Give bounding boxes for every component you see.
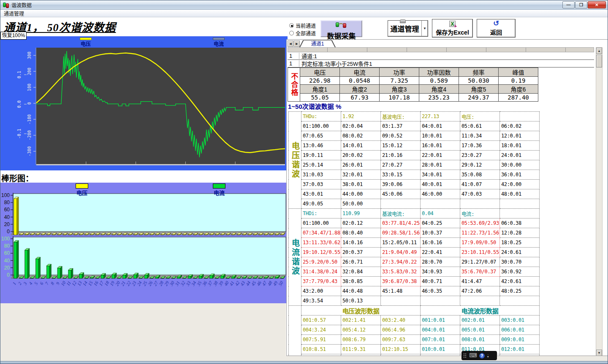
current-harmonic-cell: 11:22.73/1.56: [460, 228, 500, 238]
tab-scroll-right-button[interactable]: ▶: [294, 40, 300, 47]
voltage-waveform-cell: 004:3.24: [301, 325, 341, 335]
svg-text:100: 100: [1, 236, 10, 242]
current-harmonic-cell: 09:28.58/1.56: [381, 228, 421, 238]
current-harmonic-cell: 29:1.27/0.07: [460, 257, 500, 267]
current-harmonic-cell: 35:6.70/0.37: [460, 267, 500, 277]
close-button[interactable]: ✕: [588, 1, 606, 8]
voltage-harmonic-cell: 14:0.01: [341, 141, 381, 151]
svg-text:6: 6: [38, 281, 44, 286]
background-area: [0, 303, 286, 361]
voltage-waveform-cell: 009:7.63: [381, 335, 421, 345]
back-button[interactable]: ↺ 返回: [477, 19, 516, 38]
current-waveform-cell: 008:0.01: [460, 335, 500, 345]
svg-text:0: 0: [27, 102, 32, 105]
voltage-harmonic-cell: 电压:: [460, 112, 500, 121]
current-harmonic-cell: 110.99: [341, 209, 381, 218]
channel-management-button[interactable]: 通道管理 ▼: [388, 20, 428, 37]
svg-text:200: 200: [27, 67, 32, 75]
svg-text:-100: -100: [27, 114, 32, 124]
legend-voltage: 电压: [79, 38, 93, 47]
current-harmonic-cell: 48:0.25: [500, 286, 540, 296]
svg-text:1: 1: [11, 281, 17, 286]
voltage-harmonic-cell: 44:0.00: [341, 189, 381, 199]
ime-menu-icon[interactable]: ▼: [487, 356, 489, 358]
voltage-harmonic-cell: [500, 199, 540, 209]
voltage-harmonic-cell: 45:0.06: [381, 189, 421, 199]
drag-handle-icon[interactable]: [463, 353, 467, 358]
scrollbar-thumb[interactable]: [596, 55, 602, 67]
summary-value-cell: 0.19: [499, 77, 538, 85]
current-harmonic-cell: 19:10.12/0.55: [301, 248, 341, 257]
voltage-waveform-cell: 002:1.41: [341, 315, 381, 325]
current-harmonic-cell: 36:0.92: [500, 267, 540, 277]
svg-text:8: 8: [49, 281, 55, 286]
summary-value-cell: 55.05: [300, 94, 340, 102]
current-harmonic-cell: 50:0.13: [341, 296, 381, 306]
voltage-harmonic-cell: [500, 112, 540, 121]
voltage-harmonic-cell: 33:0.15: [381, 170, 421, 180]
current-harmonic-cell: 08:0.40: [341, 228, 381, 238]
tab-scroll-left-button[interactable]: ◀: [288, 40, 293, 47]
voltage-harmonic-cell: 49:0.05: [301, 199, 341, 209]
current-harmonics-table: 电流谐波THDi:110.99基波电流:0.04电流:01:100.0002:0…: [288, 208, 540, 306]
voltage-harmonic-cell: 46:0.00: [421, 189, 460, 199]
summary-value-cell: 67.93: [340, 94, 380, 102]
summary-header-cell: 功率因数: [419, 68, 459, 77]
current-harmonic-cell: 电流:: [460, 209, 500, 218]
vertical-scrollbar[interactable]: ▲ ▼: [596, 47, 603, 356]
radio-dot-selected[interactable]: [289, 23, 294, 28]
summary-value-cell: 107.18: [380, 94, 419, 102]
scroll-up-button[interactable]: ▲: [596, 48, 602, 54]
svg-text:-200: -200: [27, 130, 32, 140]
svg-text:7: 7: [44, 281, 49, 286]
dropdown-arrow-icon[interactable]: ▼: [421, 21, 428, 36]
restore-zoom-button[interactable]: 恢复100%: [0, 32, 27, 40]
restore-button[interactable]: ❐: [575, 1, 587, 8]
radio-current-channel[interactable]: 当前通道: [289, 22, 316, 29]
svg-text:40: 40: [4, 214, 10, 220]
voltage-harmonic-cell: 10:0.01: [421, 131, 460, 141]
svg-text:80: 80: [4, 243, 10, 249]
help-icon[interactable]: ?: [479, 353, 485, 359]
current-harmonic-cell: 基波电流:: [381, 209, 421, 218]
bar-legend-voltage: 电压: [76, 183, 88, 197]
menu-bar: 通道管理: [0, 10, 608, 17]
summary-header-cell: 峰值: [499, 68, 538, 77]
menu-item-channel-management[interactable]: 通道管理: [0, 10, 27, 17]
radio-dot[interactable]: [289, 31, 294, 35]
minimize-button[interactable]: —: [562, 1, 575, 8]
current-harmonic-cell: 41:4.47: [460, 277, 500, 286]
bar-chart-panel: 电压 电流 1008060402001008060402001234567891…: [0, 183, 288, 303]
current-harmonic-cell: 06:0.38: [500, 218, 540, 228]
tab-channel-1[interactable]: 通道1: [299, 40, 336, 47]
current-harmonic-cell: 27:3.94/0.22: [381, 257, 421, 267]
voltage-harmonic-cell: 18:0.01: [500, 141, 540, 151]
voltage-waveform-cell: 011:9.31: [341, 345, 381, 354]
voltage-waveform-cell: 010:8.51: [301, 345, 341, 354]
current-harmonic-cell: 21:9.04/0.49: [381, 248, 421, 257]
scroll-down-button[interactable]: ▼: [596, 350, 602, 356]
current-waveform-cell: 012:0.01: [500, 345, 540, 354]
save-excel-button[interactable]: X 保存为Excel: [432, 19, 473, 38]
voltage-waveform-cell: 003:2.40: [381, 315, 421, 325]
voltage-harmonic-cell: 23:0.27: [460, 151, 500, 160]
radio-all-channels[interactable]: 全部通道: [289, 30, 316, 37]
voltage-bar-swatch: [76, 183, 88, 189]
voltage-harmonic-cell: 13:0.46: [301, 141, 341, 151]
voltage-harmonic-cell: 36:0.01: [500, 170, 540, 180]
voltage-waveform-cell: 006:4.96: [381, 325, 421, 335]
current-waveform-cell: 004:0.01: [421, 325, 460, 335]
voltage-harmonic-cell: 06:0.02: [500, 121, 540, 131]
svg-text:20: 20: [4, 221, 10, 227]
summary-value-cell: 249.37: [459, 94, 499, 102]
taskbar[interactable]: [0, 361, 608, 364]
voltage-harmonic-cell: 26:0.01: [341, 160, 381, 170]
ime-toolbar[interactable]: ⌨ ? -▼: [461, 351, 497, 360]
summary-header-cell: 角度3: [380, 85, 419, 94]
keyboard-icon[interactable]: ⌨: [469, 351, 477, 360]
data-acquisition-button[interactable]: 数据采集: [320, 20, 362, 37]
summary-header-cell: 角度2: [340, 85, 380, 94]
current-harmonic-cell: 26:0.71: [341, 257, 381, 267]
svg-text:3: 3: [22, 281, 28, 286]
current-harmonic-cell: 31:4.38/0.24: [301, 267, 341, 277]
